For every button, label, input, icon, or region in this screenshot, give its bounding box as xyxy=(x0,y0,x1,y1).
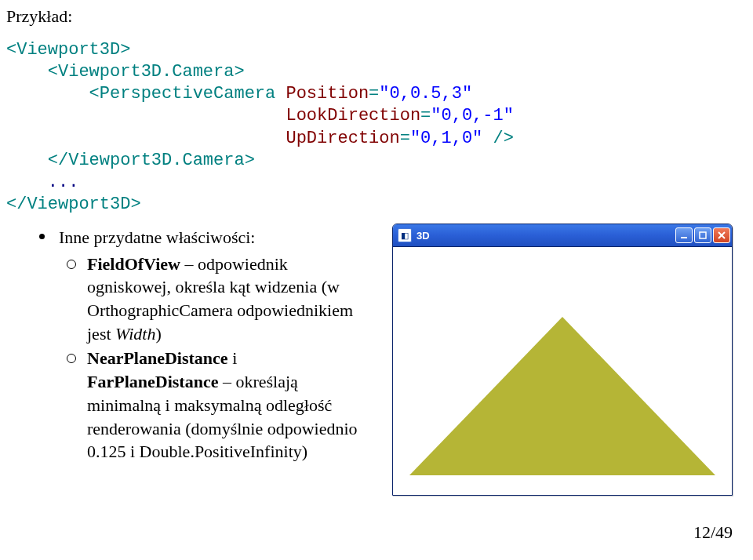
code-val: "0,1,0" xyxy=(410,129,482,148)
maximize-icon xyxy=(699,231,707,239)
code-bracket: /> xyxy=(482,129,514,148)
code-bracket: > xyxy=(130,195,140,214)
close-icon xyxy=(718,231,726,239)
code-tag: Viewport3D xyxy=(16,40,120,60)
inner-list: FieldOfView – odpowiednik ogniskowej, ok… xyxy=(59,253,369,464)
bullet-ring-icon xyxy=(67,260,76,269)
bullet-list: Inne przydatne właściwości: FieldOfView … xyxy=(39,226,369,464)
close-button[interactable] xyxy=(713,227,730,243)
window-buttons xyxy=(675,227,730,243)
svg-rect-0 xyxy=(681,237,687,238)
list-item: NearPlaneDistance i FarPlaneDistance – o… xyxy=(59,347,369,463)
code-bracket: > xyxy=(120,40,130,60)
code-tag: Viewport3D.Camera xyxy=(58,62,234,82)
minimize-icon xyxy=(680,231,688,239)
maximize-button[interactable] xyxy=(694,227,711,243)
inner2-text1: i xyxy=(228,348,238,368)
titlebar[interactable]: ◧ 3D xyxy=(393,224,732,247)
code-block: <Viewport3D> <Viewport3D.Camera> <Perspe… xyxy=(6,39,514,216)
code-bracket: > xyxy=(245,151,255,170)
code-attr: UpDirection xyxy=(286,129,399,148)
bullet-dot-icon xyxy=(39,234,45,239)
code-attr: LookDirection xyxy=(286,106,420,125)
list-item: Inne przydatne właściwości: FieldOfView … xyxy=(39,226,369,464)
code-eq: = xyxy=(400,129,410,148)
term-fieldofview: FieldOfView xyxy=(87,254,180,274)
code-bracket: > xyxy=(234,62,244,82)
list-item: FieldOfView – odpowiednik ogniskowej, ok… xyxy=(59,253,369,346)
term-nearplane: NearPlaneDistance xyxy=(87,348,228,368)
minimize-button[interactable] xyxy=(675,227,693,243)
outer-bullet-text: Inne przydatne właściwości: xyxy=(59,227,255,247)
code-val: "0,0,-1" xyxy=(431,106,514,125)
code-bracket: < xyxy=(6,62,58,82)
window-title: 3D xyxy=(417,230,675,242)
code-eq: = xyxy=(369,84,379,104)
term-width: Width xyxy=(115,324,155,344)
bullet-ring-icon xyxy=(67,354,76,363)
code-tag: Viewport3D xyxy=(27,195,130,214)
term-farplane: FarPlaneDistance xyxy=(87,372,218,391)
code-bracket: < xyxy=(6,40,16,60)
window-3d: ◧ 3D xyxy=(392,224,733,496)
code-space xyxy=(6,106,286,125)
code-attr: Position xyxy=(286,84,369,104)
example-heading: Przykład: xyxy=(6,6,72,27)
page-number: 12/49 xyxy=(693,522,733,543)
code-bracket: < xyxy=(6,84,100,104)
window-content xyxy=(393,247,732,496)
code-eq: = xyxy=(420,106,431,125)
svg-rect-1 xyxy=(700,232,706,238)
code-val: "0,0.5,3" xyxy=(379,84,472,104)
triangle-shape xyxy=(409,317,715,475)
code-space xyxy=(275,84,286,104)
triangle-wrap xyxy=(393,317,732,475)
code-tag: Viewport3D.Camera xyxy=(68,151,244,170)
code-tag: PerspectiveCamera xyxy=(100,84,275,104)
code-space xyxy=(6,129,286,148)
code-ellipsis: ... xyxy=(6,173,78,192)
code-bracket: </ xyxy=(6,195,27,214)
code-bracket: </ xyxy=(6,151,68,170)
inner1-text2: ) xyxy=(155,324,161,344)
app-icon: ◧ xyxy=(398,228,412,242)
